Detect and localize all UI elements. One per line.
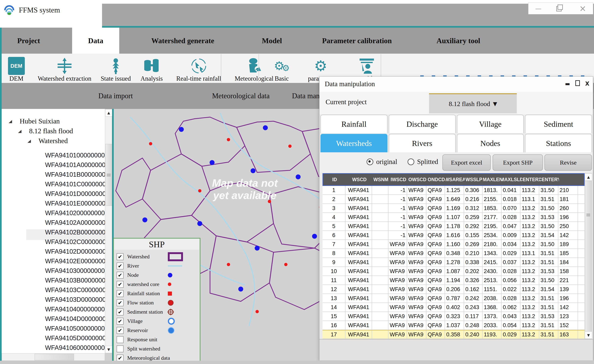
menu-item-auxiliary-tool[interactable]: Auxiliary tool	[420, 28, 496, 54]
column-header-wsarea[interactable]: WSAREA	[446, 174, 465, 185]
tree-item-watershed-code[interactable]: WFA94102C0000000	[2, 237, 105, 247]
tree-item-watershed-code[interactable]: WFA94103B0000000	[2, 276, 105, 285]
column-header-maxlslp[interactable]: MAXLSLP	[502, 174, 521, 185]
tree-item-watershed-code[interactable]: WFA94102B0000000	[2, 227, 105, 237]
tree-expand-icon[interactable]: ◢	[18, 129, 21, 133]
tree-scrollbar-thumb[interactable]	[105, 144, 112, 206]
tree-item-watershed-code[interactable]: WFA94102A0000000	[2, 218, 105, 228]
table-scrollbar-thumb[interactable]	[585, 181, 592, 332]
menu-item-watershed-generate[interactable]: Watershed generate	[125, 28, 240, 54]
table-row[interactable]: 17WFA941WFA9WFA9QFA90.3580.2401193.0.029…	[323, 330, 585, 339]
tree-node-project[interactable]: ◢ 8.12 flash flood	[2, 126, 105, 136]
tree-item-watershed-code[interactable]: WFA94101B0000000	[2, 170, 105, 179]
toolbar-button-analysis[interactable]: Analysis	[135, 54, 168, 82]
tree-item-watershed-code[interactable]: WFA94104D0000000	[2, 314, 105, 324]
tree-hscrollbar-thumb[interactable]	[35, 354, 74, 360]
toolbar-button-basic[interactable]: ⚙⚙Basic	[266, 54, 297, 82]
tab-watersheds[interactable]: Watersheds	[320, 134, 387, 152]
dialog-close-icon[interactable]: X	[585, 81, 589, 87]
tree-item-watershed-code[interactable]: WFA9410100000000	[2, 151, 105, 160]
table-row[interactable]: 1WFA941-1WFA9QFA91.1250.3061813.0.041113…	[323, 186, 585, 195]
table-row[interactable]: 10WFA941WFA9WFA9QFA91.0870.2022430.0.028…	[323, 267, 585, 276]
table-row[interactable]: 3WFA941-1WFA9QFA91.1690.3121853.0.070113…	[323, 204, 585, 213]
column-header-wscd[interactable]: WSCD	[346, 174, 373, 185]
table-row[interactable]: 14WFA941WFA9WFA9QFA90.4020.2431368.0.062…	[323, 303, 585, 312]
radio-selected-icon[interactable]	[367, 159, 373, 165]
table-row[interactable]: 8WFA941WFA9WFA9QFA90.3480.2101343.0.0291…	[323, 249, 585, 258]
toolbar-button-real-time-rainfall[interactable]: Real-time rainfall	[168, 54, 230, 82]
tab-village[interactable]: Village	[457, 115, 524, 133]
scroll-down-icon[interactable]: ▼	[585, 331, 592, 339]
dialog-minimize-icon[interactable]: ▬	[565, 81, 570, 87]
tree-expand-icon[interactable]: ◢	[27, 139, 31, 143]
tree-item-watershed-code[interactable]: WFA9410200000000	[2, 208, 105, 218]
restore-icon[interactable]	[555, 5, 566, 12]
tab-sediment[interactable]: Sediment	[525, 115, 592, 133]
tab-rivers[interactable]: Rivers	[389, 134, 456, 152]
tab-nodes[interactable]: Nodes	[457, 134, 524, 152]
checkbox-checked-icon[interactable]: ✔	[117, 299, 124, 306]
table-row[interactable]: 12WFA941WFA9WFA9QFA90.2060.1621151.0.022…	[323, 285, 585, 294]
radio-option-splitted[interactable]: Splitted	[408, 160, 438, 163]
tab-stations[interactable]: Stations	[525, 134, 592, 152]
table-row[interactable]: 5WFA941-1WFA9QFA91.1780.2922195.0.047113…	[323, 222, 585, 231]
tree-item-watershed-code[interactable]: WFA9410600000000	[2, 343, 105, 353]
export-shp-button[interactable]: Export SHP	[493, 154, 543, 171]
table-row[interactable]: 4WFA941-1WFA9QFA91.1070.2592177.0.028113…	[323, 213, 585, 222]
tree-item-watershed-code[interactable]: WFA94101A0000000	[2, 160, 105, 170]
tab-discharge[interactable]: Discharge	[389, 115, 456, 133]
export-excel-button[interactable]: Export excel	[442, 154, 491, 171]
toolbar-button-watershed-extraction[interactable]: Watershed extraction	[31, 54, 98, 82]
table-row[interactable]: 11WFA941WFA9WFA9QFA91.1940.3262513.0.056…	[323, 276, 585, 285]
column-header-iwscd[interactable]: IWSCD	[389, 174, 408, 185]
tree-item-watershed-code[interactable]: WFA9410500000000	[2, 324, 105, 333]
tree-expand-icon[interactable]: ◢	[9, 119, 12, 124]
tree-node-root[interactable]: ◢ Hubei Suixian	[2, 116, 105, 126]
tree-item-watershed-code[interactable]: WFA94101C0000000	[2, 179, 105, 189]
checkbox-unchecked-icon[interactable]	[117, 345, 124, 352]
table-row[interactable]: 13WFA941WFA9WFA9QFA90.7870.2422038.0.028…	[323, 294, 585, 303]
table-row[interactable]: 6WFA941-1WFA9QFA91.6160.1552534.0.009113…	[323, 231, 585, 240]
column-header-id[interactable]: ID	[323, 174, 346, 185]
minimize-icon[interactable]: —	[535, 5, 541, 12]
column-header-wsslp[interactable]: WSSLP	[465, 174, 483, 185]
tree-node-watershed-folder[interactable]: ◢ Watershed	[2, 136, 105, 146]
scroll-up-icon[interactable]: ▲	[105, 109, 112, 117]
tree-vertical-scrollbar[interactable]: ▲ ▼	[105, 109, 112, 353]
checkbox-checked-icon[interactable]: ✔	[117, 327, 124, 334]
column-header-wsnm[interactable]: WSNM	[373, 174, 389, 185]
column-header-centery[interactable]: CENTERY	[540, 174, 559, 185]
toolbar-button-dem[interactable]: DEMDEM	[4, 54, 29, 82]
checkbox-unchecked-icon[interactable]	[117, 336, 124, 343]
tree-item-watershed-code[interactable]: WFA9410300000000	[2, 266, 105, 276]
checkbox-checked-icon[interactable]: ✔	[117, 355, 124, 362]
column-header-ondcd[interactable]: ONDCD	[427, 174, 446, 185]
tab-rainfall[interactable]: Rainfall	[320, 115, 387, 133]
tree-item-watershed-code[interactable]: WFA94101E0000000	[2, 199, 105, 208]
revise-button[interactable]: Revise	[544, 154, 592, 171]
table-row[interactable]: 7WFA941WFA9WFA9QFA91.1600.2692180.0.0341…	[323, 240, 585, 249]
radio-option-original[interactable]: original	[367, 160, 397, 163]
table-row[interactable]: 9WFA941WFA9WFA9QFA91.2780.3382415.0.0371…	[323, 258, 585, 267]
column-header-maxlen[interactable]: MAXLEN	[483, 174, 502, 185]
menu-item-data[interactable]: Data	[72, 28, 119, 54]
tree-item-watershed-code[interactable]: WFA94103C0000000	[2, 285, 105, 295]
tree-item-watershed-code[interactable]: WFA94101D0000000	[2, 189, 105, 199]
tree-horizontal-scrollbar[interactable]	[2, 353, 105, 361]
menu-item-project[interactable]: Project	[8, 28, 49, 54]
checkbox-checked-icon[interactable]: ✔	[117, 272, 124, 279]
checkbox-checked-icon[interactable]: ✔	[117, 262, 124, 269]
toolbar-button-state-issued[interactable]: State issued	[96, 54, 135, 82]
tree-item-watershed-code[interactable]: WFA94105D0000000	[2, 333, 105, 343]
table-row[interactable]: 15WFA941WFA9WFA9QFA90.3230.1171373.0.043…	[323, 312, 585, 321]
tree-item-watershed-code[interactable]: WFA9410400000000	[2, 304, 105, 314]
tree-item-watershed-code[interactable]: WFA94102E0000000	[2, 256, 105, 266]
column-header-extra[interactable]	[559, 174, 579, 185]
radio-unselected-icon[interactable]	[408, 159, 414, 165]
menu-item-parameter-calibration[interactable]: Parameter calibration	[300, 28, 414, 54]
dialog-restore-icon[interactable]	[575, 80, 580, 87]
current-project-dropdown[interactable]: 8.12 flash flood ▼	[429, 93, 517, 113]
table-vertical-scrollbar[interactable]: ▲ ▼	[585, 173, 592, 339]
dialog-title-bar[interactable]: Data manipulation ▬ X	[319, 77, 593, 92]
column-header-centerx[interactable]: CENTERX	[521, 174, 540, 185]
